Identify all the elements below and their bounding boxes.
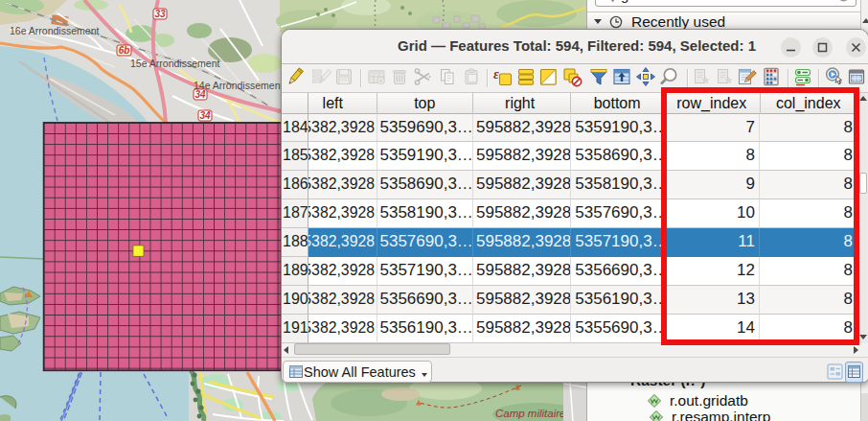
svg-text:Camp militaire: Camp militaire: [495, 408, 566, 419]
svg-text:ε: ε: [493, 67, 499, 82]
svg-text:34: 34: [199, 110, 211, 121]
svg-text:15e Arrondissement: 15e Arrondissement: [130, 58, 219, 69]
svg-text:33: 33: [154, 9, 166, 19]
svg-text:16e Arrondissement: 16e Arrondissement: [10, 25, 99, 36]
svg-text:6b: 6b: [119, 45, 130, 56]
svg-text:14e Arrondissement: 14e Arrondissement: [194, 80, 283, 91]
